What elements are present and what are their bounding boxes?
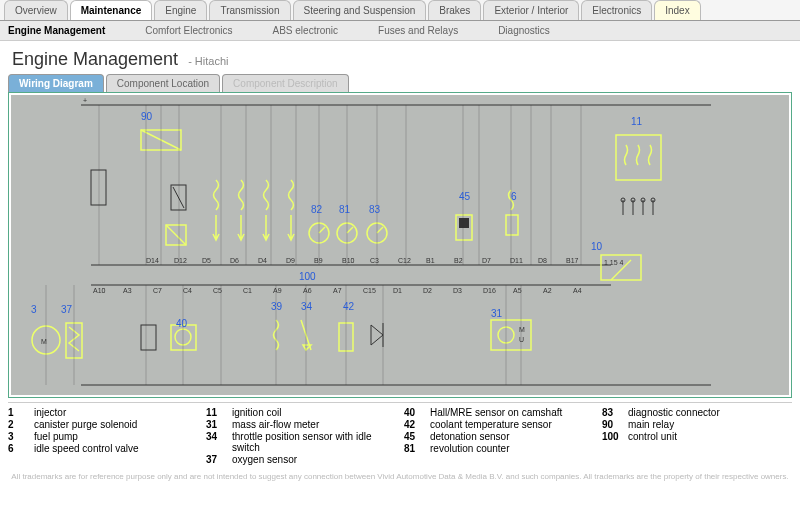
main-tab-exterior-interior[interactable]: Exterior / Interior	[483, 0, 579, 20]
svg-text:M: M	[519, 326, 525, 333]
svg-text:U: U	[519, 336, 524, 343]
footer-disclaimer: All trademarks are for reference purpose…	[0, 470, 800, 483]
sub-tabs: Engine ManagementComfort ElectronicsABS …	[0, 21, 800, 41]
svg-text:34: 34	[301, 301, 313, 312]
main-tab-overview[interactable]: Overview	[4, 0, 68, 20]
legend-item-90: 90main relay	[602, 419, 792, 430]
svg-text:D14: D14	[146, 257, 159, 264]
svg-text:39: 39	[271, 301, 283, 312]
svg-text:C7: C7	[153, 287, 162, 294]
svg-text:C1: C1	[243, 287, 252, 294]
svg-text:A6: A6	[303, 287, 312, 294]
legend-item-34: 34throttle position sensor with idle swi…	[206, 431, 396, 453]
svg-rect-20	[506, 215, 518, 235]
legend-item-37: 37oxygen sensor	[206, 454, 396, 465]
sub-tab-fuses-and-relays[interactable]: Fuses and Relays	[378, 25, 458, 36]
svg-text:3: 3	[31, 304, 37, 315]
svg-text:90: 90	[141, 111, 153, 122]
main-tab-engine[interactable]: Engine	[154, 0, 207, 20]
sub-tab-comfort-electronics[interactable]: Comfort Electronics	[145, 25, 232, 36]
svg-rect-21	[616, 135, 661, 180]
sub-tab-engine-management[interactable]: Engine Management	[8, 25, 105, 36]
svg-text:40: 40	[176, 318, 188, 329]
tertiary-tabs: Wiring DiagramComponent LocationComponen…	[0, 74, 800, 92]
svg-text:1 15 4: 1 15 4	[604, 259, 624, 266]
svg-line-17	[377, 227, 383, 233]
svg-text:B10: B10	[342, 257, 355, 264]
wiring-diagram[interactable]: +1 15 4MMUD14D12D5D6D4D9B9B10C3C12B1B2D7…	[11, 95, 789, 395]
svg-text:31: 31	[491, 308, 503, 319]
svg-line-15	[347, 227, 353, 233]
svg-text:+: +	[83, 97, 87, 104]
svg-text:D11: D11	[510, 257, 523, 264]
main-tab-steering-and-suspension[interactable]: Steering and Suspension	[293, 0, 427, 20]
svg-text:D12: D12	[174, 257, 187, 264]
svg-text:11: 11	[631, 116, 643, 127]
svg-text:100: 100	[299, 271, 316, 282]
main-tab-brakes[interactable]: Brakes	[428, 0, 481, 20]
svg-text:A2: A2	[543, 287, 552, 294]
svg-text:45: 45	[459, 191, 471, 202]
sub-tab-diagnostics[interactable]: Diagnostics	[498, 25, 550, 36]
page-title: Engine Management	[12, 49, 178, 70]
svg-rect-42	[491, 320, 531, 350]
legend-item-31: 31mass air-flow meter	[206, 419, 396, 430]
tert-tab-component-location[interactable]: Component Location	[106, 74, 220, 92]
svg-text:C3: C3	[370, 257, 379, 264]
svg-text:A9: A9	[273, 287, 282, 294]
legend-item-45: 45detonation sensor	[404, 431, 594, 442]
svg-text:C4: C4	[183, 287, 192, 294]
svg-text:A5: A5	[513, 287, 522, 294]
svg-text:37: 37	[61, 304, 73, 315]
legend-item-2: 2canister purge solenoid	[8, 419, 198, 430]
svg-text:D16: D16	[483, 287, 496, 294]
svg-text:D4: D4	[258, 257, 267, 264]
legend-item-83: 83diagnostic connector	[602, 407, 792, 418]
svg-text:C15: C15	[363, 287, 376, 294]
svg-text:D7: D7	[482, 257, 491, 264]
page-header: Engine Management - Hitachi	[0, 41, 800, 74]
svg-rect-19	[459, 218, 469, 228]
tert-tab-wiring-diagram[interactable]: Wiring Diagram	[8, 74, 104, 92]
main-tabs: OverviewMaintenanceEngineTransmissionSte…	[0, 0, 800, 21]
legend-item-1: 1injector	[8, 407, 198, 418]
svg-text:B2: B2	[454, 257, 463, 264]
svg-text:6: 6	[511, 191, 517, 202]
svg-rect-38	[141, 325, 156, 350]
svg-text:D9: D9	[286, 257, 295, 264]
svg-line-11	[166, 225, 186, 245]
svg-text:D3: D3	[453, 287, 462, 294]
legend-item-40: 40Hall/MRE sensor on camshaft	[404, 407, 594, 418]
svg-text:B17: B17	[566, 257, 579, 264]
svg-text:D6: D6	[230, 257, 239, 264]
svg-text:A7: A7	[333, 287, 342, 294]
legend-item-6: 6idle speed control valve	[8, 443, 198, 454]
legend-item-81: 81revolution counter	[404, 443, 594, 454]
svg-text:A4: A4	[573, 287, 582, 294]
svg-text:81: 81	[339, 204, 351, 215]
svg-text:10: 10	[591, 241, 603, 252]
main-tab-maintenance[interactable]: Maintenance	[70, 0, 153, 20]
legend-item-100: 100control unit	[602, 431, 792, 442]
svg-text:42: 42	[343, 301, 355, 312]
svg-text:83: 83	[369, 204, 381, 215]
main-tab-electronics[interactable]: Electronics	[581, 0, 652, 20]
svg-text:D8: D8	[538, 257, 547, 264]
svg-text:D1: D1	[393, 287, 402, 294]
svg-text:B9: B9	[314, 257, 323, 264]
svg-text:A3: A3	[123, 287, 132, 294]
main-tab-index[interactable]: Index	[654, 0, 700, 20]
sub-tab-abs-electronic[interactable]: ABS electronic	[273, 25, 339, 36]
legend: 1injector2canister purge solenoid3fuel p…	[8, 402, 792, 466]
svg-text:A10: A10	[93, 287, 106, 294]
legend-item-42: 42coolant temperature sensor	[404, 419, 594, 430]
svg-text:D5: D5	[202, 257, 211, 264]
tert-tab-component-description: Component Description	[222, 74, 349, 92]
svg-text:D2: D2	[423, 287, 432, 294]
page-subtitle: - Hitachi	[188, 55, 228, 67]
svg-text:C5: C5	[213, 287, 222, 294]
legend-item-3: 3fuel pump	[8, 431, 198, 442]
main-tab-transmission[interactable]: Transmission	[209, 0, 290, 20]
legend-item-11: 11ignition coil	[206, 407, 396, 418]
svg-line-13	[319, 227, 325, 233]
